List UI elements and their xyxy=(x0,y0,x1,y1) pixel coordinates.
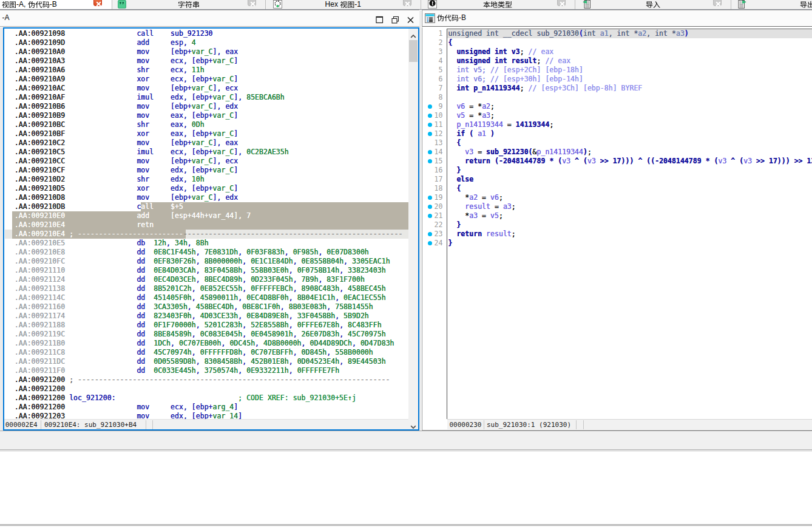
breakpoint-dot-icon[interactable] xyxy=(428,159,432,163)
disasm-line[interactable]: .AA:00921098 call sub_921230 xyxy=(4,29,408,38)
breakpoint-dot-icon[interactable] xyxy=(428,114,432,118)
disasm-line[interactable]: .AA:009211F0 dd 0C033E445h, 3750574h, 0E… xyxy=(4,366,408,375)
disasm-line[interactable]: .AA:0092119C dd 8BE84589h, 0C083E045h, 0… xyxy=(4,330,408,339)
pseudocode-line[interactable]: v3 = sub_921230(&p_n14119344); xyxy=(447,148,812,157)
disasm-line[interactable]: .AA:009210DB call $+5 xyxy=(4,202,408,211)
disasm-line[interactable]: .AA:0092114C dd 451405F0h, 45890011h, 0E… xyxy=(4,293,408,302)
breakpoint-dot-icon[interactable] xyxy=(428,205,432,209)
disasm-line[interactable]: .AA:00921188 dd 0F1F70000h, 5201C283h, 5… xyxy=(4,321,408,330)
disasm-line[interactable]: .AA:009210BC shr eax, 0Dh xyxy=(4,120,408,129)
disassembly-scrollbar[interactable] xyxy=(408,29,419,430)
pseudocode-line[interactable]: { xyxy=(447,138,812,148)
pseudocode-line[interactable]: unsigned int result; // eax xyxy=(447,56,812,66)
pseudocode-line[interactable]: } xyxy=(447,239,812,248)
breakpoint-dot-icon[interactable] xyxy=(428,123,432,127)
pseudocode-line[interactable]: result = a3; xyxy=(447,202,812,211)
pseudocode-line[interactable]: int v5; // [esp+2Ch] [ebp-18h] xyxy=(447,66,812,75)
pseudocode-line[interactable]: { xyxy=(447,184,812,193)
disasm-line[interactable]: .AA:009210E5 db 12h, 34h, 8Bh xyxy=(4,239,408,248)
tab-6[interactable] xyxy=(731,0,812,9)
pseudocode-line[interactable]: p_n14119344 = 14119344; xyxy=(447,120,812,129)
disasm-line[interactable]: .AA:009211C8 dd 45C70974h, 0FFFFFFD8h, 0… xyxy=(4,348,408,357)
pseudocode-line[interactable] xyxy=(447,93,812,102)
pseudocode-line[interactable]: int p_n14119344; // [esp+3Ch] [ebp-8h] B… xyxy=(447,84,812,93)
disasm-line[interactable]: .AA:009210A0 mov [ebp+var_C], eax xyxy=(4,47,408,56)
disasm-line[interactable]: .AA:009210E4 ; -------------------------… xyxy=(4,230,408,239)
pseudocode-line[interactable]: int v6; // [esp+30h] [ebp-14h] xyxy=(447,75,812,84)
disasm-line[interactable]: .AA:00921110 dd 0E84D03CAh, 83F0458Bh, 5… xyxy=(4,266,408,275)
pseudocode-line[interactable]: { xyxy=(447,38,812,47)
disasm-line[interactable]: .AA:00921200 ; -------------------------… xyxy=(4,375,408,384)
disasm-line[interactable]: .AA:00921138 dd 8B5201C2h, 0E852EC55h, 0… xyxy=(4,284,408,293)
disasm-line[interactable]: .AA:00921200 loc_921200: ; CODE XREF: su… xyxy=(4,394,408,403)
tab-close-icon[interactable] xyxy=(93,0,102,6)
disasm-line[interactable]: .AA:009210C5 imul ecx, [ebp+var_C], 0C2B… xyxy=(4,148,408,157)
disasm-line[interactable]: .AA:009210A6 shr ecx, 11h xyxy=(4,66,408,75)
disasm-line[interactable]: .AA:0092109D add esp, 4 xyxy=(4,38,408,47)
disasm-line[interactable]: .AA:00921200 mov ecx, [ebp+arg_4] xyxy=(4,403,408,412)
disasm-line[interactable]: .AA:009210AF imul edx, [ebp+var_C], 85EB… xyxy=(4,93,408,102)
disasm-line[interactable]: .AA:009210CC mov [ebp+var_C], ecx xyxy=(4,157,408,166)
pseudocode-line-number: 14 xyxy=(422,148,443,157)
tab-4[interactable] xyxy=(421,0,575,9)
disasm-line[interactable]: .AA:009210AC mov [ebp+var_C], ecx xyxy=(4,84,408,93)
breakpoint-dot-icon[interactable] xyxy=(428,232,432,236)
breakpoint-dot-icon[interactable] xyxy=(428,132,432,136)
tab-1[interactable]: -A, -B xyxy=(0,0,112,9)
tab-5[interactable] xyxy=(575,0,731,9)
scrollbar-thumb[interactable] xyxy=(409,40,418,62)
disasm-line[interactable]: .AA:009211B0 dd 1DCh, 0C707EB00h, 0DC45h… xyxy=(4,339,408,348)
disasm-line[interactable]: .AA:00921174 dd 823403F0h, 4D03CE33h, 0E… xyxy=(4,312,408,321)
disasm-line[interactable]: .AA:009210E4 retn xyxy=(4,220,408,230)
breakpoint-dot-icon[interactable] xyxy=(428,104,432,109)
dock-splitter[interactable] xyxy=(0,431,812,450)
pseudocode-line[interactable]: unsigned int __cdecl sub_921030(int a1, … xyxy=(447,29,812,38)
breakpoint-dot-icon[interactable] xyxy=(428,241,432,245)
maximize-icon[interactable] xyxy=(376,15,384,23)
breakpoint-dot-icon[interactable] xyxy=(428,214,432,218)
scroll-up-icon[interactable] xyxy=(410,31,416,37)
tab-3[interactable]: Hex -1 xyxy=(266,0,421,9)
disasm-line[interactable]: .AA:00921203 mov edx, [ebp+var_14] xyxy=(4,412,408,419)
pseudocode-line[interactable]: } xyxy=(447,220,812,230)
disasm-line[interactable]: .AA:009210E0 add [esp+44h+var_44], 7 xyxy=(4,211,408,220)
close-icon[interactable] xyxy=(407,15,414,23)
left-pane-titlebar[interactable]: -A xyxy=(0,10,419,27)
disasm-line[interactable]: .AA:009210D8 mov [ebp+var_C], edx xyxy=(4,193,408,202)
breakpoint-dot-icon[interactable] xyxy=(428,150,432,154)
pseudocode-line[interactable]: v6 = *a2; xyxy=(447,102,812,111)
disasm-line[interactable]: .AA:009210C2 mov [ebp+var_C], eax xyxy=(4,138,408,148)
tab-close-icon[interactable] xyxy=(557,0,566,6)
right-pane-titlebar[interactable]: -B xyxy=(422,10,812,27)
disasm-line[interactable]: .AA:00921200 xyxy=(4,384,408,394)
tab-close-icon[interactable] xyxy=(248,0,256,6)
disasm-line[interactable]: .AA:009210A9 xor ecx, [ebp+var_C] xyxy=(4,75,408,84)
pseudocode-line[interactable]: } xyxy=(447,166,812,175)
disasm-line[interactable]: .AA:009210D5 xor edx, [ebp+var_C] xyxy=(4,184,408,193)
pseudocode-line[interactable]: else xyxy=(447,175,812,184)
breakpoint-dot-icon[interactable] xyxy=(428,196,432,200)
pseudocode-line[interactable]: v5 = *a3; xyxy=(447,111,812,120)
scroll-down-icon[interactable] xyxy=(410,421,416,428)
pseudocode-line[interactable]: unsigned int v3; // eax xyxy=(447,47,812,56)
disasm-line[interactable]: .AA:009210CF mov edx, [ebp+var_C] xyxy=(4,166,408,175)
disasm-line[interactable]: .AA:00921160 dd 3CA3305h, 458BEC4Dh, 0BE… xyxy=(4,302,408,312)
disasm-line[interactable]: .AA:009210D2 shr edx, 10h xyxy=(4,175,408,184)
pseudocode-line[interactable]: return result; xyxy=(447,230,812,239)
pseudocode-line[interactable]: if ( a1 ) xyxy=(447,129,812,138)
restore-icon[interactable] xyxy=(391,15,399,23)
disasm-line[interactable]: .AA:009210B9 mov eax, [ebp+var_C] xyxy=(4,111,408,120)
pseudocode-line[interactable]: *a3 = v5; xyxy=(447,211,812,220)
disasm-line[interactable]: .AA:009210B6 mov [ebp+var_C], edx xyxy=(4,102,408,111)
tab-close-icon[interactable] xyxy=(403,0,411,6)
disasm-line[interactable]: .AA:009210FC dd 0EF830F26h, 8B000000h, 0… xyxy=(4,257,408,266)
pseudocode-line[interactable]: return (-2048144789 * (v3 ^ (v3 >> 17)))… xyxy=(447,157,812,166)
disasm-line[interactable]: .AA:009210E8 dd 0E8C1F445h, 7E0831Dh, 0F… xyxy=(4,248,408,257)
tab-close-icon[interactable] xyxy=(713,0,722,6)
pseudocode-line[interactable]: *a2 = v6; xyxy=(447,193,812,202)
disasm-line[interactable]: .AA:009210A3 mov ecx, [ebp+var_C] xyxy=(4,56,408,66)
disasm-line[interactable]: .AA:00921124 dd 0EC4D03CEh, 8BEC4D89h, 0… xyxy=(4,275,408,284)
disasm-line[interactable]: .AA:009210BF xor eax, [ebp+var_C] xyxy=(4,129,408,138)
disasm-line[interactable]: .AA:009211DC dd 0D05589D8h, 8308458Bh, 4… xyxy=(4,357,408,366)
tab-2[interactable] xyxy=(112,0,266,9)
